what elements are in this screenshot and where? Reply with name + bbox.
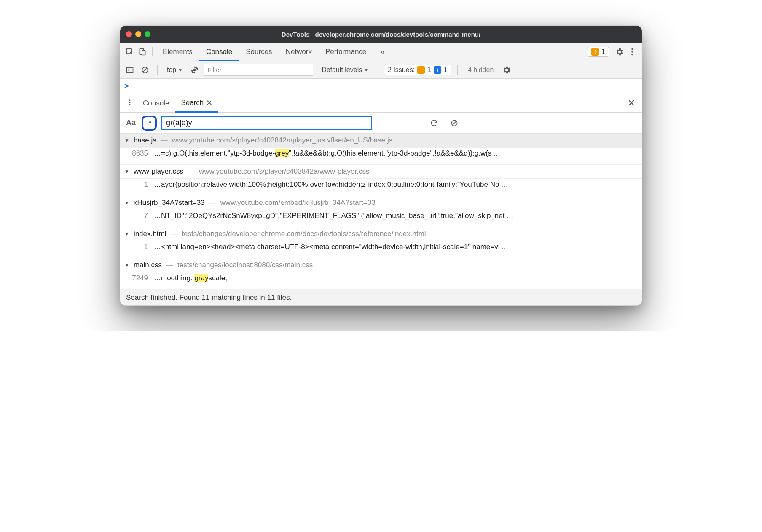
- warning-icon: !: [417, 66, 425, 74]
- separator: [378, 65, 378, 75]
- tab-sources[interactable]: Sources: [239, 43, 279, 61]
- result-file-name: index.html: [134, 230, 166, 238]
- live-expression-icon[interactable]: [188, 64, 201, 76]
- separator: [157, 65, 158, 75]
- line-number: 1: [128, 243, 148, 251]
- log-levels-selector[interactable]: Default levels ▼: [318, 66, 372, 74]
- chevron-down-icon: ▼: [178, 67, 182, 73]
- result-file-header[interactable]: ▼base.js—www.youtube.com/s/player/c40384…: [120, 134, 642, 148]
- line-content: …=c);g.O(this.element,"ytp-3d-badge-grey…: [154, 149, 500, 158]
- issues-warning-count: 1: [427, 66, 431, 74]
- levels-label: Default levels: [322, 66, 362, 74]
- line-content: …NT_ID":"2OeQYs2rNcSnW8yxpLgD","EXPERIME…: [154, 212, 513, 220]
- truncation-ellipsis: …: [499, 180, 508, 188]
- drawer-tab-search[interactable]: Search ✕: [175, 94, 218, 113]
- console-filter-input[interactable]: [204, 64, 313, 76]
- warning-icon: !: [591, 48, 599, 56]
- separator: —: [166, 261, 173, 269]
- close-tab-icon[interactable]: ✕: [204, 98, 212, 107]
- result-file-name: xHusjrb_34A?start=33: [134, 199, 205, 207]
- line-content: …ayer{position:relative;width:100%;heigh…: [154, 180, 508, 189]
- issues-label: 2 Issues:: [388, 66, 415, 74]
- line-content: …<html lang=en><head><meta charset=UTF-8…: [154, 243, 509, 251]
- context-label: top: [167, 66, 176, 74]
- svg-point-9: [193, 68, 196, 71]
- separator: [457, 65, 458, 75]
- context-selector[interactable]: top ▼: [164, 66, 186, 74]
- maximize-window-button[interactable]: [145, 31, 150, 37]
- info-icon: i: [434, 66, 441, 74]
- sidebar-toggle-icon[interactable]: [123, 64, 136, 76]
- top-issue-badge[interactable]: ! 1: [588, 47, 609, 57]
- drawer-tabbar: Console Search ✕ ✕: [120, 94, 642, 113]
- truncation-ellipsis: …: [500, 243, 509, 251]
- regex-toggle-button[interactable]: .*: [142, 116, 157, 131]
- search-toolbar: Aa .*: [120, 113, 642, 134]
- clear-search-icon[interactable]: [448, 117, 461, 129]
- traffic-lights: [126, 31, 150, 37]
- separator: [152, 47, 153, 56]
- line-number: 7: [128, 212, 148, 220]
- issues-summary[interactable]: 2 Issues: ! 1 i 1: [384, 65, 451, 75]
- chevron-down-icon: ▼: [364, 67, 368, 73]
- disclosure-triangle-icon: ▼: [124, 137, 129, 143]
- match-highlight: gray: [194, 274, 208, 282]
- result-file-header[interactable]: ▼www-player.css—www.youtube.com/s/player…: [120, 165, 642, 179]
- search-results: ▼base.js—www.youtube.com/s/player/c40384…: [120, 134, 642, 290]
- svg-rect-2: [142, 50, 145, 55]
- console-filter-bar: top ▼ Default levels ▼ 2 Issues: ! 1 i 1…: [120, 61, 642, 79]
- clear-console-icon[interactable]: [139, 64, 151, 76]
- top-issue-count: 1: [601, 48, 605, 56]
- result-file-path: www.youtube.com/embed/xHusjrb_34A?start=…: [220, 199, 376, 207]
- svg-point-12: [129, 104, 131, 105]
- window-titlebar: DevTools - developer.chrome.com/docs/dev…: [120, 26, 642, 43]
- devtools-window: DevTools - developer.chrome.com/docs/dev…: [120, 25, 642, 306]
- tab-elements[interactable]: Elements: [156, 43, 199, 61]
- result-file-header[interactable]: ▼main.css—tests/changes/localhost:8080/c…: [120, 258, 642, 272]
- result-line[interactable]: 1…ayer{position:relative;width:100%;heig…: [120, 179, 642, 196]
- truncation-ellipsis: …: [491, 149, 500, 157]
- result-file-name: main.css: [134, 261, 162, 269]
- result-file-header[interactable]: ▼xHusjrb_34A?start=33—www.youtube.com/em…: [120, 196, 642, 210]
- svg-point-10: [129, 99, 131, 101]
- match-case-button[interactable]: Aa: [124, 118, 137, 127]
- tab-network[interactable]: Network: [279, 43, 319, 61]
- separator: —: [188, 167, 195, 176]
- drawer-tab-console[interactable]: Console: [137, 94, 175, 113]
- svg-line-14: [453, 121, 456, 124]
- result-line[interactable]: 8635…=c);g.O(this.element,"ytp-3d-badge-…: [120, 148, 642, 165]
- svg-point-4: [631, 51, 633, 53]
- search-status-bar: Search finished. Found 11 matching lines…: [120, 290, 642, 305]
- regex-icon: .*: [147, 119, 152, 127]
- search-query-input[interactable]: [161, 116, 372, 130]
- close-window-button[interactable]: [126, 31, 132, 37]
- disclosure-triangle-icon: ▼: [124, 169, 129, 175]
- tab-performance[interactable]: Performance: [319, 43, 373, 61]
- disclosure-triangle-icon: ▼: [124, 200, 129, 206]
- tab-console[interactable]: Console: [199, 43, 239, 61]
- hidden-count[interactable]: 4 hidden: [468, 66, 494, 74]
- device-toolbar-icon[interactable]: [136, 46, 149, 58]
- result-file-name: base.js: [134, 136, 156, 145]
- console-prompt[interactable]: >: [120, 79, 642, 94]
- result-file-header[interactable]: ▼index.html—tests/changes/developer.chro…: [120, 227, 642, 241]
- result-line[interactable]: 7249…moothing: grayscale;: [120, 272, 642, 290]
- inspect-element-icon[interactable]: [123, 46, 136, 58]
- line-number: 8635: [128, 149, 148, 158]
- console-settings-icon[interactable]: [500, 64, 513, 76]
- separator: —: [161, 136, 168, 145]
- refresh-search-icon[interactable]: [428, 117, 440, 129]
- result-line[interactable]: 7…NT_ID":"2OeQYs2rNcSnW8yxpLgD","EXPERIM…: [120, 210, 642, 227]
- more-menu-icon[interactable]: [626, 46, 639, 58]
- result-file-path: tests/changes/developer.chrome.com/docs/…: [182, 230, 426, 238]
- drawer-more-menu-icon[interactable]: [123, 99, 137, 108]
- separator: —: [209, 199, 216, 207]
- result-line[interactable]: 1…<html lang=en><head><meta charset=UTF-…: [120, 241, 642, 258]
- line-number: 1: [128, 180, 148, 189]
- match-highlight: grey: [275, 149, 289, 157]
- tabs-overflow-button[interactable]: »: [373, 43, 391, 61]
- settings-gear-icon[interactable]: [613, 46, 626, 58]
- main-toolbar: Elements Console Sources Network Perform…: [120, 43, 642, 61]
- minimize-window-button[interactable]: [135, 31, 141, 37]
- close-drawer-icon[interactable]: ✕: [623, 98, 639, 109]
